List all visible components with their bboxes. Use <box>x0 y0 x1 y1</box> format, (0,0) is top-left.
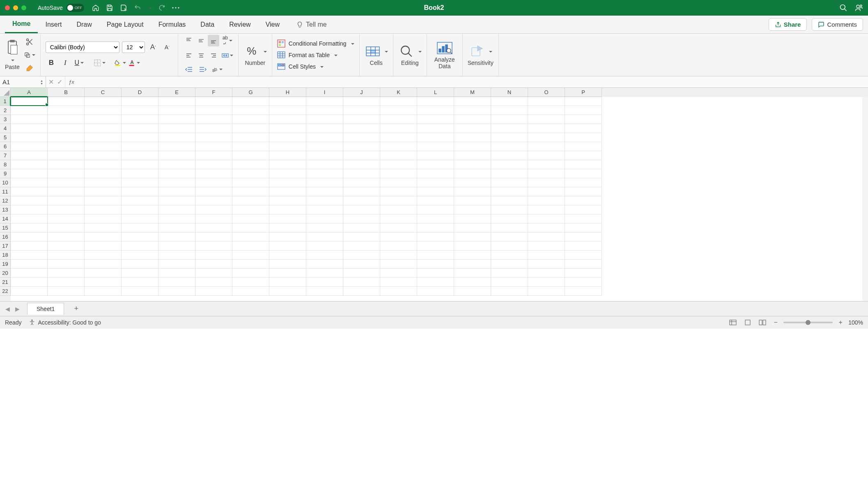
cell-M2[interactable] <box>454 106 491 115</box>
save-as-icon[interactable] <box>119 4 128 12</box>
cell-N3[interactable] <box>491 115 528 124</box>
align-bottom-button[interactable] <box>208 35 219 46</box>
row-header-5[interactable]: 5 <box>0 133 11 142</box>
cell-H19[interactable] <box>269 260 306 269</box>
tab-draw[interactable]: Draw <box>69 16 99 33</box>
cell-C19[interactable] <box>85 260 122 269</box>
cell-O14[interactable] <box>528 214 565 223</box>
cell-P1[interactable] <box>565 97 602 106</box>
cell-N14[interactable] <box>491 214 528 223</box>
page-layout-view-button[interactable] <box>742 318 753 327</box>
cell-H13[interactable] <box>269 205 306 214</box>
cell-H10[interactable] <box>269 178 306 187</box>
cell-L10[interactable] <box>417 178 454 187</box>
cell-E9[interactable] <box>158 169 195 178</box>
cell-L2[interactable] <box>417 106 454 115</box>
cell-F5[interactable] <box>195 133 232 142</box>
cell-E16[interactable] <box>158 233 195 242</box>
cell-O8[interactable] <box>528 160 565 169</box>
cell-F19[interactable] <box>195 260 232 269</box>
tab-data[interactable]: Data <box>193 16 222 33</box>
cell-K17[interactable] <box>380 242 417 251</box>
cell-H18[interactable] <box>269 251 306 260</box>
cell-G19[interactable] <box>232 260 269 269</box>
cell-P19[interactable] <box>565 260 602 269</box>
cell-F11[interactable] <box>195 187 232 196</box>
cell-K7[interactable] <box>380 151 417 160</box>
cell-C2[interactable] <box>85 106 122 115</box>
cell-P15[interactable] <box>565 223 602 233</box>
cell-I4[interactable] <box>306 124 343 133</box>
cell-M15[interactable] <box>454 223 491 233</box>
cell-M9[interactable] <box>454 169 491 178</box>
cell-C12[interactable] <box>85 196 122 205</box>
cell-L4[interactable] <box>417 124 454 133</box>
cell-A10[interactable] <box>11 178 48 187</box>
cell-J1[interactable] <box>343 97 380 106</box>
cell-M14[interactable] <box>454 214 491 223</box>
cell-D10[interactable] <box>122 178 158 187</box>
cell-G17[interactable] <box>232 242 269 251</box>
cell-D5[interactable] <box>122 133 158 142</box>
cell-A6[interactable] <box>11 142 48 151</box>
cell-I9[interactable] <box>306 169 343 178</box>
cell-J8[interactable] <box>343 160 380 169</box>
cell-F12[interactable] <box>195 196 232 205</box>
column-header-D[interactable]: D <box>122 88 158 97</box>
cell-A19[interactable] <box>11 260 48 269</box>
cell-styles-dropdown[interactable] <box>319 63 324 70</box>
cell-H6[interactable] <box>269 142 306 151</box>
cell-E8[interactable] <box>158 160 195 169</box>
cell-G21[interactable] <box>232 278 269 287</box>
cell-M18[interactable] <box>454 251 491 260</box>
cell-F14[interactable] <box>195 214 232 223</box>
cell-G5[interactable] <box>232 133 269 142</box>
cancel-formula-button[interactable]: ✕ <box>48 78 54 86</box>
cell-K4[interactable] <box>380 124 417 133</box>
fmt-table-dropdown[interactable] <box>333 52 338 58</box>
column-header-L[interactable]: L <box>417 88 454 97</box>
cell-F18[interactable] <box>195 251 232 260</box>
cell-G9[interactable] <box>232 169 269 178</box>
row-header-11[interactable]: 11 <box>0 187 11 196</box>
cell-M21[interactable] <box>454 278 491 287</box>
cell-D3[interactable] <box>122 115 158 124</box>
zoom-slider-thumb[interactable] <box>806 320 811 325</box>
cell-K12[interactable] <box>380 196 417 205</box>
number-format-button[interactable]: % Number <box>243 44 267 66</box>
cut-button[interactable] <box>24 36 35 48</box>
cell-E19[interactable] <box>158 260 195 269</box>
cell-L8[interactable] <box>417 160 454 169</box>
cell-K2[interactable] <box>380 106 417 115</box>
cell-F4[interactable] <box>195 124 232 133</box>
name-box-stepper[interactable]: ▲▼ <box>40 79 43 85</box>
cell-B18[interactable] <box>48 251 85 260</box>
cell-J12[interactable] <box>343 196 380 205</box>
cell-G8[interactable] <box>232 160 269 169</box>
cell-F1[interactable] <box>195 97 232 106</box>
cell-B17[interactable] <box>48 242 85 251</box>
cell-E15[interactable] <box>158 223 195 233</box>
cell-F16[interactable] <box>195 233 232 242</box>
page-break-view-button[interactable] <box>757 318 768 327</box>
cell-F8[interactable] <box>195 160 232 169</box>
cell-G12[interactable] <box>232 196 269 205</box>
cell-C8[interactable] <box>85 160 122 169</box>
cell-K8[interactable] <box>380 160 417 169</box>
row-header-19[interactable]: 19 <box>0 260 11 269</box>
cell-D7[interactable] <box>122 151 158 160</box>
cell-F22[interactable] <box>195 287 232 296</box>
cell-F20[interactable] <box>195 269 232 278</box>
format-as-table-button[interactable]: Format as Table <box>277 49 354 61</box>
cell-K6[interactable] <box>380 142 417 151</box>
cell-I17[interactable] <box>306 242 343 251</box>
italic-button[interactable]: I <box>60 57 71 69</box>
row-header-18[interactable]: 18 <box>0 251 11 260</box>
number-format-dropdown[interactable] <box>262 48 267 54</box>
cell-E13[interactable] <box>158 205 195 214</box>
column-header-K[interactable]: K <box>380 88 417 97</box>
cell-I10[interactable] <box>306 178 343 187</box>
cell-B19[interactable] <box>48 260 85 269</box>
cell-A18[interactable] <box>11 251 48 260</box>
cell-C9[interactable] <box>85 169 122 178</box>
